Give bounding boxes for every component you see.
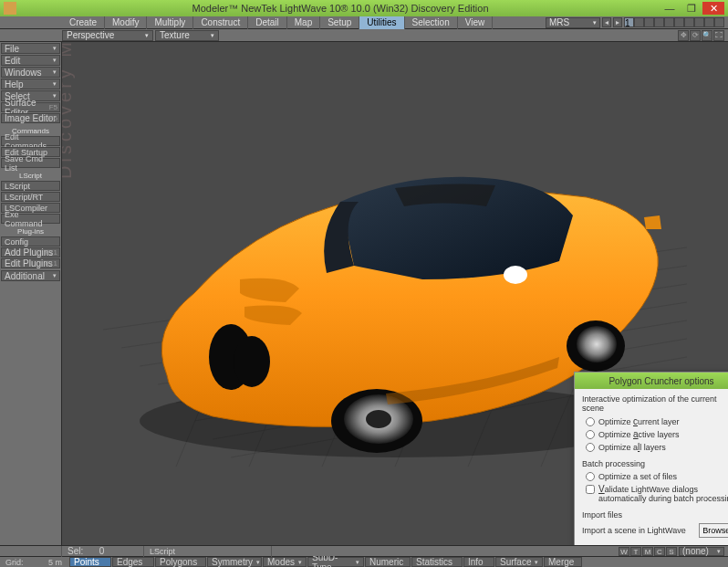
validate-checkbox[interactable]: [586, 485, 595, 494]
mode-w[interactable]: W: [619, 547, 629, 556]
rotate-icon[interactable]: ⟳: [690, 30, 701, 41]
discovery-watermark: Discovery Mode · Discovery Mode: [62, 42, 76, 179]
selection-count: Sel: 0: [62, 546, 144, 557]
mode-t[interactable]: T: [630, 547, 641, 556]
validate-label: Validate LightWave dialogs automatically…: [598, 484, 728, 503]
view-type-dropdown[interactable]: Perspective▾: [62, 30, 153, 41]
close-button[interactable]: ✕: [702, 2, 724, 15]
layer-buttons[interactable]: 1: [624, 17, 724, 27]
add-plugins-item[interactable]: Add PluginsF11: [1, 247, 60, 257]
optimize-files-radio[interactable]: [586, 472, 595, 481]
svg-point-19: [366, 410, 391, 428]
info-script: LScript: [144, 546, 272, 557]
menu-setup[interactable]: Setup: [320, 16, 359, 29]
mode-s[interactable]: S: [666, 547, 677, 556]
optimize-active-radio[interactable]: [586, 430, 595, 439]
statusbar-polygons[interactable]: Polygons: [155, 557, 206, 567]
sidebar-help-dropdown[interactable]: Help▾: [1, 79, 60, 89]
sidebar-item[interactable]: Edit Commands: [1, 136, 60, 146]
menu-create[interactable]: Create: [62, 16, 105, 29]
statusbar-statistics[interactable]: Statistics: [411, 557, 463, 567]
statusbar-subd-type[interactable]: SubD-Type▾: [307, 557, 364, 567]
layer-prev[interactable]: ◂: [602, 17, 611, 27]
browse-button[interactable]: Browse...: [699, 523, 728, 538]
window-title: Modeler™ NewTek LightWave 10® 10.0 (Win3…: [22, 3, 659, 14]
sidebar-item[interactable]: LScript/RT: [1, 192, 60, 202]
move-icon[interactable]: ✥: [678, 30, 689, 41]
grid-value: 5 m: [40, 557, 68, 568]
interactive-group-label: Interactive optimization of the current …: [582, 394, 728, 413]
statusbar-symmetry[interactable]: Symmetry▾: [207, 557, 262, 567]
3d-viewport[interactable]: Discovery Mode · Discovery Mode: [62, 42, 728, 545]
import-scene-label: Import a scene in LightWave: [582, 526, 686, 535]
display-mode-dropdown[interactable]: Texture▾: [155, 30, 219, 41]
menu-multiply[interactable]: Multiply: [147, 16, 193, 29]
statusbar-modes[interactable]: Modes▾: [263, 557, 307, 567]
statusbar-info[interactable]: Info: [463, 557, 494, 567]
statusbar-merge[interactable]: Merge: [544, 557, 582, 567]
config-item[interactable]: Config: [1, 236, 60, 247]
statusbar-numeric[interactable]: Numeric: [365, 557, 411, 567]
menu-selection[interactable]: Selection: [405, 16, 458, 29]
grid-label: Grid:: [0, 557, 40, 568]
sidebar-item[interactable]: Exe Command: [1, 214, 60, 224]
menubar: CreateModifyMultiplyConstructDetailMapSe…: [0, 16, 728, 29]
viewport-toolbar: Perspective▾ Texture▾ ✥ ⟳ 🔍 ⛶: [0, 29, 728, 42]
sidebar-edit-dropdown[interactable]: Edit▾: [1, 55, 60, 66]
dialog-titlebar[interactable]: Polygon Cruncher options ✕: [575, 373, 728, 389]
image-editor-item[interactable]: Image EditorF6: [1, 113, 60, 123]
status-bar: Grid: 5 m PointsEdgesPolygonsSymmetry▾Mo…: [0, 556, 728, 567]
sidebar-file-dropdown[interactable]: File▾: [1, 43, 60, 54]
additional-dropdown[interactable]: Additional▾: [1, 270, 60, 281]
sidebar: File▾Edit▾Windows▾Help▾Select▾ Surface E…: [0, 42, 62, 545]
menu-view[interactable]: View: [458, 16, 494, 29]
lscript-section-header: LScript: [0, 171, 61, 181]
optimize-all-label: Optimize all layers: [598, 442, 666, 452]
statusbar-points[interactable]: Points: [69, 557, 111, 567]
menu-detail[interactable]: Detail: [248, 16, 287, 29]
maximize-button[interactable]: ❐: [681, 2, 702, 15]
mode-m[interactable]: M: [642, 547, 653, 556]
info-bar: Sel: 0 LScript WTMCS (none)▾: [0, 545, 728, 556]
optimize-current-radio[interactable]: [586, 417, 595, 426]
surface-editor-item[interactable]: Surface EditorF5: [1, 102, 60, 112]
polygon-cruncher-dialog: Polygon Cruncher options ✕ Interactive o…: [574, 372, 728, 545]
fit-icon[interactable]: ⛶: [713, 30, 724, 41]
menu-construct[interactable]: Construct: [193, 16, 248, 29]
batch-group-label: Batch processing: [582, 459, 728, 468]
optimize-files-label: Optimize a set of files: [598, 472, 677, 481]
menu-utilities[interactable]: Utilities: [359, 16, 404, 29]
window-titlebar: Modeler™ NewTek LightWave 10® 10.0 (Win3…: [0, 0, 728, 16]
layer-next[interactable]: ▸: [613, 17, 622, 27]
optimize-current-label: Optimize current layer: [598, 416, 680, 426]
object-selector[interactable]: MRS▾: [546, 17, 600, 28]
zoom-icon[interactable]: 🔍: [702, 30, 712, 41]
svg-point-21: [577, 326, 617, 362]
import-group-label: Import files: [582, 510, 728, 520]
svg-point-16: [234, 336, 270, 387]
optimize-all-radio[interactable]: [586, 443, 595, 452]
optimize-active-label: Optimize active layers: [598, 429, 680, 439]
minimize-button[interactable]: —: [659, 2, 681, 15]
mode-c[interactable]: C: [654, 547, 665, 556]
plugins-section-header: Plug-ins: [0, 226, 61, 236]
sidebar-item[interactable]: LScript: [1, 181, 60, 191]
statusbar-surface[interactable]: Surface▾: [495, 557, 543, 567]
statusbar-edges[interactable]: Edges: [112, 557, 154, 567]
menu-modify[interactable]: Modify: [105, 16, 147, 29]
weight-map-dropdown[interactable]: (none)▾: [679, 547, 724, 556]
edit-plugins-item[interactable]: Edit PluginsF11: [1, 258, 60, 268]
sidebar-windows-dropdown[interactable]: Windows▾: [1, 67, 60, 78]
svg-point-22: [504, 266, 527, 284]
menu-map[interactable]: Map: [287, 16, 320, 29]
app-icon: [4, 2, 16, 15]
sidebar-item[interactable]: Save Cmd List: [1, 158, 60, 168]
